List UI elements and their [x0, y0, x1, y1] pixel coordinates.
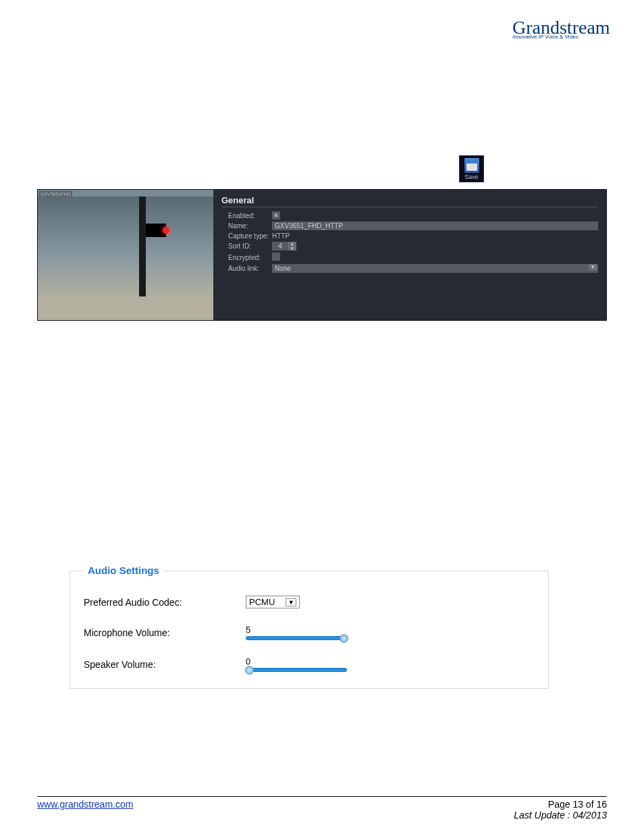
logo: Grandstream Innovative IP Voice & Video	[512, 20, 607, 40]
audio-codec-select[interactable]: PCMU ▼	[246, 596, 300, 608]
page-footer: www.grandstream.com Page 13 of 16 Last U…	[37, 796, 607, 820]
save-button[interactable]: Save	[459, 155, 484, 182]
slider-thumb[interactable]	[340, 634, 348, 643]
name-label: Name:	[221, 222, 272, 230]
slider-thumb[interactable]	[245, 666, 254, 675]
footer-url-link[interactable]: www.grandstream.com	[37, 799, 133, 820]
mic-volume-value: 5	[246, 625, 347, 635]
capture-type-label: Capture type:	[221, 232, 272, 240]
speaker-volume-value: 0	[246, 656, 347, 667]
general-form: General Enabled: ✖ Name: Capture type: H…	[213, 190, 606, 320]
save-label: Save	[464, 174, 479, 180]
mic-volume-slider[interactable]	[246, 636, 347, 640]
audio-codec-label: Preferred Audio Codec:	[84, 597, 246, 608]
enabled-checkbox[interactable]: ✖	[272, 211, 280, 219]
audio-link-label: Audio link:	[221, 265, 272, 272]
speaker-volume-slider[interactable]	[246, 668, 347, 672]
camera-config-panel: GXV3651FHD General Enabled: ✖ Name: Capt…	[37, 189, 607, 321]
encrypted-label: Encrypted:	[221, 254, 272, 261]
floppy-disk-icon	[464, 158, 479, 173]
chevron-down-icon: ▼	[286, 598, 296, 606]
sort-id-input[interactable]	[272, 242, 288, 251]
sort-id-spinner[interactable]: ▲▼	[272, 242, 296, 251]
audio-settings-panel: Audio Settings Preferred Audio Codec: PC…	[70, 571, 549, 689]
name-input[interactable]	[272, 221, 598, 230]
capture-type-value: HTTP	[272, 232, 598, 240]
mic-volume-label: Microphone Volume:	[84, 627, 246, 638]
encrypted-checkbox[interactable]	[272, 253, 280, 261]
logo-text: Grandstream Innovative IP Voice & Video	[512, 20, 607, 40]
preview-scene	[38, 197, 213, 320]
chevron-down-icon: ▼	[589, 264, 597, 270]
audio-link-dropdown[interactable]: None ▼	[272, 264, 598, 273]
enabled-label: Enabled:	[221, 212, 272, 219]
speaker-volume-label: Speaker Volume:	[84, 659, 246, 670]
page-number: Page 13 of 16	[514, 799, 607, 810]
last-update: Last Update : 04/2013	[514, 810, 607, 820]
camera-preview[interactable]: GXV3651FHD	[38, 190, 213, 320]
audio-settings-legend: Audio Settings	[84, 565, 163, 576]
spinner-buttons[interactable]: ▲▼	[288, 242, 296, 251]
sort-id-label: Sort ID:	[221, 242, 272, 250]
general-title: General	[221, 195, 598, 207]
